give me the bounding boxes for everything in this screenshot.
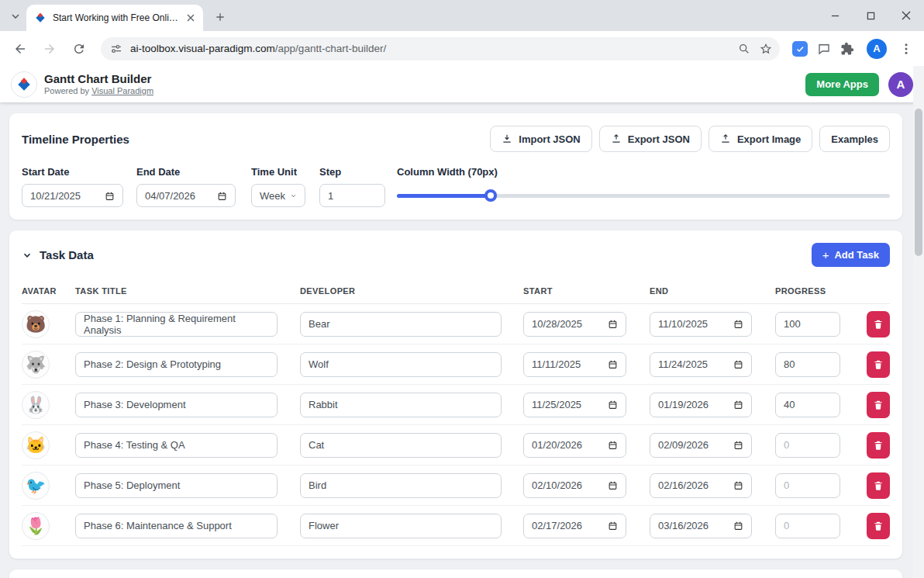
start-date-label: Start Date <box>22 166 136 178</box>
task-row: 🌷 Phase 6: Maintenance & Support Flower … <box>22 506 890 546</box>
end-date-field: End Date 04/07/2026 <box>136 166 251 207</box>
progress-input[interactable]: 80 <box>775 352 840 377</box>
minimize-button[interactable] <box>817 0 853 31</box>
export-json-button[interactable]: Export JSON <box>599 126 702 152</box>
page-scrollbar <box>913 66 924 578</box>
start-date-input[interactable]: 02/10/2026 <box>523 473 626 498</box>
trash-icon <box>873 440 884 451</box>
zoom-icon[interactable] <box>738 43 750 55</box>
timeline-properties-card: Timeline Properties Import JSON Export J… <box>9 113 902 220</box>
examples-button[interactable]: Examples <box>819 126 890 152</box>
task-row: 🐻 Phase 1: Planning & Requirement Analys… <box>22 304 890 344</box>
chevron-down-icon <box>290 192 297 200</box>
start-date-input[interactable]: 11/25/2025 <box>523 393 626 417</box>
progress-input[interactable]: 0 <box>775 473 840 498</box>
browser-menu-icon[interactable] <box>899 42 913 56</box>
column-header-start: START <box>523 286 650 296</box>
progress-input[interactable]: 100 <box>775 312 840 337</box>
task-row: 🐱 Phase 4: Testing & QA Cat 01/20/2026 0… <box>22 425 890 466</box>
url-domain: ai-toolbox.visual-paradigm.com <box>130 43 275 54</box>
task-row: 🐺 Phase 2: Design & Prototyping Wolf 11/… <box>22 344 890 385</box>
end-date-input[interactable]: 11/10/2025 <box>650 312 752 337</box>
import-json-button[interactable]: Import JSON <box>490 126 591 152</box>
visual-paradigm-link[interactable]: Visual Paradigm <box>91 86 153 95</box>
tab-close-icon[interactable] <box>184 12 197 24</box>
browser-profile-avatar[interactable]: A <box>867 39 887 59</box>
delete-task-button[interactable] <box>867 513 890 539</box>
address-bar[interactable]: ai-toolbox.visual-paradigm.com/app/gantt… <box>101 37 780 61</box>
end-date-input[interactable]: 11/24/2025 <box>650 352 752 377</box>
start-date-input[interactable]: 11/11/2025 <box>523 352 626 377</box>
start-date-input[interactable]: 02/17/2026 <box>523 514 626 538</box>
developer-input[interactable]: Rabbit <box>300 393 502 417</box>
reload-button[interactable] <box>67 36 91 61</box>
progress-input[interactable]: 40 <box>775 393 840 417</box>
export-image-button[interactable]: Export Image <box>709 126 812 152</box>
end-date-input[interactable]: 02/16/2026 <box>650 473 752 498</box>
user-avatar[interactable]: A <box>888 72 913 97</box>
calendar-icon <box>105 191 115 201</box>
task-table-body: 🐻 Phase 1: Planning & Requirement Analys… <box>22 304 890 546</box>
collapse-chevron-icon[interactable] <box>22 250 33 261</box>
new-tab-button[interactable] <box>209 6 231 28</box>
developer-input[interactable]: Flower <box>300 514 502 538</box>
progress-input[interactable]: 0 <box>775 433 840 458</box>
delete-task-button[interactable] <box>867 311 890 337</box>
column-width-field: Column Width (70px) <box>397 166 890 207</box>
delete-task-button[interactable] <box>867 432 890 459</box>
extension-icon[interactable] <box>792 41 808 57</box>
chat-extension-icon[interactable] <box>817 42 831 56</box>
column-width-slider-thumb[interactable] <box>484 189 497 202</box>
start-date-input[interactable]: 10/21/2025 <box>22 184 123 207</box>
add-task-button[interactable]: + Add Task <box>812 243 890 267</box>
site-info-icon[interactable] <box>110 43 122 55</box>
task-title-input[interactable]: Phase 3: Development <box>75 393 278 417</box>
back-button[interactable] <box>8 36 33 61</box>
time-unit-label: Time Unit <box>251 166 319 178</box>
task-title-input[interactable]: Phase 4: Testing & QA <box>75 433 278 458</box>
trash-icon <box>873 480 884 491</box>
task-title-input[interactable]: Phase 1: Planning & Requirement Analysis <box>75 312 278 337</box>
bookmark-star-icon[interactable] <box>760 43 772 55</box>
scrollbar-thumb[interactable] <box>915 109 922 256</box>
start-date-input[interactable]: 10/28/2025 <box>523 312 626 337</box>
end-date-input[interactable]: 04/07/2026 <box>136 184 236 207</box>
developer-input[interactable]: Bird <box>300 473 502 498</box>
end-date-input[interactable]: 03/16/2026 <box>650 514 752 538</box>
step-input[interactable]: 1 <box>319 184 385 207</box>
more-apps-button[interactable]: More Apps <box>805 73 879 96</box>
tab-search-chevron-icon[interactable] <box>9 10 22 22</box>
task-title-input[interactable]: Phase 6: Maintenance & Support <box>75 514 278 538</box>
trash-icon <box>873 400 884 410</box>
calendar-icon <box>608 319 618 329</box>
task-title-input[interactable]: Phase 2: Design & Prototyping <box>75 352 278 377</box>
end-date-input[interactable]: 02/09/2026 <box>650 433 752 458</box>
extensions-puzzle-icon[interactable] <box>840 42 854 56</box>
step-field: Step 1 <box>319 166 397 207</box>
calendar-icon <box>217 191 227 201</box>
start-date-input[interactable]: 01/20/2026 <box>523 433 626 458</box>
developer-input[interactable]: Wolf <box>300 352 502 377</box>
column-width-slider[interactable] <box>397 184 890 207</box>
developer-input[interactable]: Cat <box>300 433 502 458</box>
time-unit-select[interactable]: Week <box>251 184 305 207</box>
end-date-input[interactable]: 01/19/2026 <box>650 393 752 417</box>
close-button[interactable] <box>888 0 924 31</box>
task-table-header: AVATAR TASK TITLE DEVELOPER START END PR… <box>22 278 890 304</box>
export-icon <box>611 133 622 144</box>
forward-button[interactable] <box>37 36 62 61</box>
maximize-button[interactable] <box>853 0 888 31</box>
delete-task-button[interactable] <box>867 472 890 499</box>
delete-task-button[interactable] <box>867 351 890 378</box>
calendar-icon <box>733 480 743 490</box>
tab-strip: Start Working with Free Online <box>0 0 924 31</box>
task-avatar: 🐺 <box>22 351 50 379</box>
task-data-card: Task Data + Add Task AVATAR TASK TITLE D… <box>9 230 902 559</box>
calendar-icon <box>733 521 743 531</box>
calendar-icon <box>608 521 618 531</box>
delete-task-button[interactable] <box>867 392 890 418</box>
developer-input[interactable]: Bear <box>300 312 502 337</box>
progress-input[interactable]: 0 <box>775 514 840 538</box>
browser-tab[interactable]: Start Working with Free Online <box>26 5 203 31</box>
task-title-input[interactable]: Phase 5: Deployment <box>75 473 278 498</box>
